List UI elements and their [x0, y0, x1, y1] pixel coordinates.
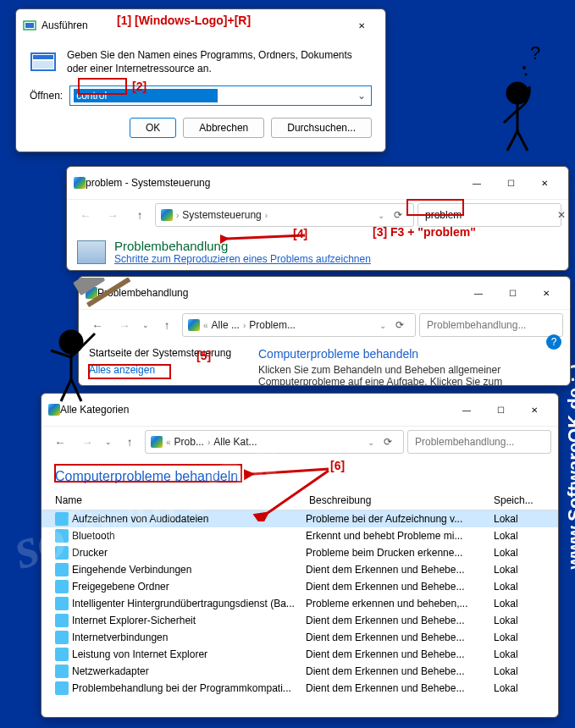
- chevron-down-icon[interactable]: ⌄: [378, 211, 384, 220]
- item-name: Eingehende Verbindungen: [72, 564, 191, 576]
- list-item[interactable]: Leistung von Internet ExplorerDient dem …: [41, 646, 558, 663]
- control-panel-icon: [74, 177, 86, 189]
- item-loc: Lokal: [494, 598, 545, 609]
- item-loc: Lokal: [494, 564, 545, 576]
- control-panel-icon: [48, 404, 60, 416]
- win3-titlebar: Problembehandlung — ☐ ✕: [79, 277, 570, 309]
- svg-point-0: [507, 83, 528, 103]
- forward-button[interactable]: →: [75, 430, 99, 454]
- svg-line-11: [71, 379, 81, 401]
- back-button[interactable]: ←: [48, 430, 72, 454]
- search-box[interactable]: [407, 430, 551, 454]
- result-sublink[interactable]: Schritte zum Reproduzieren eines Problem…: [114, 253, 371, 265]
- close-button[interactable]: ✕: [529, 282, 563, 304]
- list-item[interactable]: Eingehende VerbindungenDient dem Erkenne…: [41, 561, 558, 578]
- item-icon: [55, 665, 69, 678]
- control-panel-icon: [161, 209, 173, 221]
- breadcrumb[interactable]: Prob...: [174, 436, 204, 448]
- search-input[interactable]: [423, 208, 554, 222]
- item-icon: [55, 631, 69, 644]
- search-box[interactable]: ✕: [417, 203, 561, 227]
- col-name[interactable]: Name: [55, 494, 309, 506]
- item-desc: Probleme bei der Aufzeichnung v...: [306, 513, 494, 525]
- up-button[interactable]: ↑: [128, 203, 152, 227]
- minimize-button[interactable]: —: [460, 172, 494, 194]
- item-icon: [55, 614, 69, 627]
- page-heading: Computerprobleme behandeln: [41, 457, 558, 491]
- win2-nav: ← → ↑ › Systemsteuerung › ⌄ ⟳ ✕: [67, 199, 568, 230]
- address-bar[interactable]: › Systemsteuerung › ⌄ ⟳: [155, 203, 414, 227]
- item-loc: Lokal: [494, 615, 545, 626]
- item-name: Netzwerkadapter: [72, 665, 149, 677]
- item-icon: [55, 681, 69, 695]
- chevron-down-icon[interactable]: ⌄: [102, 430, 114, 454]
- list-item[interactable]: DruckerProbleme beim Drucken erkenne...L…: [41, 544, 558, 561]
- run-icon: [23, 19, 36, 32]
- list-item[interactable]: Problembehandlung bei der Programmkompat…: [41, 680, 558, 697]
- item-name: Problembehandlung bei der Programmkompat…: [72, 682, 291, 694]
- up-button[interactable]: ↑: [155, 313, 179, 337]
- chevron-down-icon[interactable]: ⌄: [379, 321, 386, 330]
- close-button[interactable]: ✕: [517, 399, 551, 421]
- breadcrumb[interactable]: Problem...: [249, 319, 296, 331]
- maximize-button[interactable]: ☐: [495, 282, 529, 304]
- up-button[interactable]: ↑: [118, 430, 141, 454]
- open-input[interactable]: [74, 89, 217, 102]
- col-desc[interactable]: Beschreibung: [309, 494, 494, 506]
- svg-line-10: [61, 379, 71, 401]
- item-desc: Dient dem Erkennen und Behebe...: [306, 631, 494, 643]
- back-button[interactable]: ←: [74, 203, 97, 227]
- stick-figure-thinking: ?: [484, 42, 551, 152]
- maximize-button[interactable]: ☐: [484, 399, 517, 421]
- list-item[interactable]: InternetverbindungenDient dem Erkennen u…: [41, 629, 558, 646]
- list-item[interactable]: Internet Explorer-SicherheitDient dem Er…: [41, 612, 558, 629]
- run-program-icon: [30, 48, 57, 75]
- run-titlebar: Ausführen ✕: [16, 9, 385, 41]
- side-credit: www.SoftwareOK.de :-): [564, 364, 575, 569]
- result-link[interactable]: Problembehandlung: [114, 239, 228, 253]
- address-bar[interactable]: « Prob... › Alle Kat... ⌄ ⟳: [145, 430, 404, 454]
- run-title: Ausführen: [41, 19, 345, 31]
- cancel-button[interactable]: Abbrechen: [183, 118, 264, 138]
- svg-line-2: [507, 131, 517, 151]
- address-bar[interactable]: « Alle ... › Problem... ⌄ ⟳: [182, 313, 416, 337]
- troubleshoot-icon: [77, 240, 106, 264]
- search-box[interactable]: [419, 313, 563, 337]
- right-heading: Computerprobleme behandeln: [258, 347, 560, 361]
- browse-button[interactable]: Durchsuchen...: [271, 118, 372, 138]
- clear-search-icon[interactable]: ✕: [557, 209, 566, 221]
- list-item[interactable]: BluetoothErkennt und behebt Probleme mi.…: [41, 527, 558, 544]
- search-input[interactable]: [425, 318, 557, 332]
- chevron-down-icon[interactable]: ⌄: [356, 90, 368, 102]
- item-name: Intelligenter Hintergrundübertragungsdie…: [72, 598, 295, 609]
- maximize-button[interactable]: ☐: [494, 172, 528, 194]
- list-item[interactable]: Aufzeichnen von AudiodateienProbleme bei…: [41, 510, 558, 527]
- breadcrumb[interactable]: Systemsteuerung: [182, 209, 261, 221]
- list-item[interactable]: Intelligenter Hintergrundübertragungsdie…: [41, 595, 558, 612]
- refresh-icon[interactable]: ⟳: [390, 319, 410, 331]
- ok-button[interactable]: OK: [130, 118, 176, 138]
- item-icon: [55, 648, 69, 661]
- close-button[interactable]: ✕: [345, 14, 379, 36]
- minimize-button[interactable]: —: [450, 399, 484, 421]
- breadcrumb[interactable]: Alle ...: [212, 319, 240, 331]
- minimize-button[interactable]: —: [462, 282, 495, 304]
- list-item[interactable]: NetzwerkadapterDient dem Erkennen und Be…: [41, 663, 558, 680]
- close-button[interactable]: ✕: [528, 172, 561, 194]
- forward-button[interactable]: →: [101, 203, 124, 227]
- col-loc[interactable]: Speich...: [494, 494, 545, 506]
- item-icon: [55, 512, 69, 526]
- refresh-icon[interactable]: ⟳: [388, 209, 408, 221]
- chevron-down-icon[interactable]: ⌄: [368, 438, 374, 447]
- item-icon: [55, 546, 69, 560]
- open-combobox[interactable]: ⌄: [69, 85, 372, 106]
- help-icon[interactable]: ?: [546, 334, 561, 350]
- search-input[interactable]: [413, 435, 545, 449]
- item-name: Drucker: [72, 547, 108, 559]
- breadcrumb[interactable]: Alle Kat...: [213, 436, 257, 448]
- list-item[interactable]: Freigegebene OrdnerDient dem Erkennen un…: [41, 578, 558, 595]
- search-result: Problembehandlung Schritte zum Reproduzi…: [77, 235, 558, 265]
- refresh-icon[interactable]: ⟳: [378, 436, 398, 448]
- item-desc: Dient dem Erkennen und Behebe...: [306, 581, 494, 593]
- item-icon: [55, 563, 69, 576]
